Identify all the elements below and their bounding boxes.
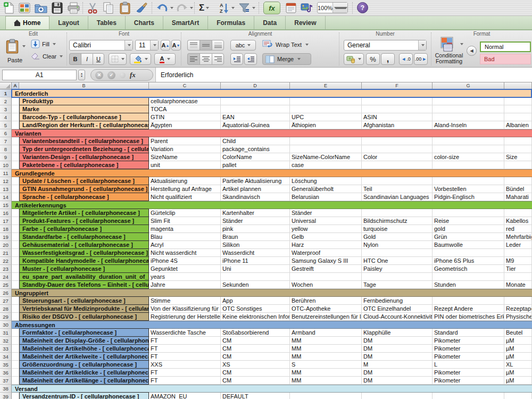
cell-E29[interactable]: Benutzereinstellungen für Informationen bbox=[290, 313, 362, 321]
row-header-6[interactable]: 6 bbox=[0, 129, 12, 137]
tab-layout[interactable]: Layout bbox=[49, 16, 88, 29]
cell-C27[interactable]: Stimme bbox=[149, 297, 221, 305]
tab-charts[interactable]: Charts bbox=[126, 16, 163, 29]
cell-F17[interactable]: Bildschirmschutz bbox=[362, 217, 433, 225]
cell-F31[interactable]: Klapphülle bbox=[362, 329, 433, 337]
align-center-button[interactable] bbox=[200, 53, 212, 65]
row-header-4[interactable]: 4 bbox=[0, 113, 12, 121]
row-header-8[interactable]: 8 bbox=[0, 145, 12, 153]
cell-C25[interactable]: Jahre bbox=[149, 281, 221, 289]
cell-C10[interactable]: unit bbox=[149, 161, 221, 169]
sort-dropdown-caret[interactable] bbox=[231, 7, 235, 9]
cell-B28-label[interactable]: Vertriebskanal für Medizinprodukte - [ c… bbox=[19, 304, 149, 313]
cell-H4[interactable] bbox=[504, 113, 532, 121]
cell-G25[interactable]: Stunden bbox=[433, 281, 504, 289]
copy-button[interactable] bbox=[102, 2, 115, 14]
cell-H25[interactable]: Monate bbox=[504, 281, 532, 289]
formula-builder-button[interactable]: fx bbox=[263, 2, 280, 14]
section-row-1[interactable]: Erforderlich bbox=[12, 89, 532, 97]
fill-color-button[interactable] bbox=[130, 53, 151, 65]
conditional-formatting-button[interactable] bbox=[440, 37, 456, 54]
row-header-15[interactable]: 15 bbox=[0, 201, 12, 209]
row-header-27[interactable]: 27 bbox=[0, 297, 12, 305]
accept-entry-button[interactable]: ✓ bbox=[107, 71, 115, 79]
cell-E36[interactable]: MM bbox=[290, 369, 362, 377]
cell-E35[interactable]: S bbox=[290, 361, 362, 369]
column-header-h[interactable] bbox=[504, 82, 532, 89]
tab-tables[interactable]: Tables bbox=[88, 16, 126, 29]
cell-F13[interactable]: Teil bbox=[362, 185, 433, 193]
cell-C3[interactable]: TOCA bbox=[149, 105, 221, 113]
cell-E28[interactable]: OTC-Apotheke bbox=[290, 305, 362, 313]
column-header-G[interactable]: G bbox=[433, 82, 504, 89]
row-header-19[interactable]: 19 bbox=[0, 233, 12, 241]
cell-C32[interactable]: FT bbox=[149, 337, 221, 345]
cell-C36[interactable]: FT bbox=[149, 369, 221, 377]
row-header-31[interactable]: 31 bbox=[0, 329, 12, 337]
cell-E31[interactable]: Armband bbox=[290, 329, 362, 337]
cell-E4[interactable]: UPC bbox=[290, 113, 362, 121]
cell-H27[interactable] bbox=[504, 297, 532, 305]
cell-F37[interactable]: DM bbox=[362, 377, 433, 385]
cell-F14[interactable]: Scandinavian Languages bbox=[362, 193, 433, 201]
cell-C13[interactable]: Herstellung auf Anfrage bbox=[149, 185, 221, 193]
cell-B13-label[interactable]: GTIN Ausnahmegrund - [ cellularphonecase… bbox=[19, 185, 149, 193]
cell-A19[interactable] bbox=[12, 233, 19, 241]
cell-style-bad[interactable]: Bad bbox=[480, 54, 531, 64]
cell-D33[interactable]: CM bbox=[221, 345, 290, 353]
cell-H35[interactable]: XL bbox=[504, 361, 532, 369]
cell-A16[interactable] bbox=[12, 209, 19, 217]
cell-H37[interactable]: µM bbox=[504, 377, 532, 385]
cell-A22[interactable] bbox=[12, 257, 19, 265]
merge-button[interactable]: Merge bbox=[262, 53, 311, 65]
cell-G4[interactable] bbox=[433, 113, 504, 121]
cell-E32[interactable]: MM bbox=[290, 337, 362, 345]
cell-H9[interactable]: Size bbox=[504, 153, 532, 161]
row-header-18[interactable]: 18 bbox=[0, 225, 12, 233]
shrink-font-button[interactable]: A▼ bbox=[171, 40, 181, 51]
cell-B25-label[interactable]: Standby-Dauer des Telefons – Einheit - [… bbox=[19, 280, 149, 289]
cell-F2[interactable] bbox=[362, 97, 433, 105]
row-header-33[interactable]: 33 bbox=[0, 345, 12, 353]
cell-D12[interactable]: Partielle Aktualisierung bbox=[221, 177, 290, 185]
cell-C20[interactable]: Acryl bbox=[149, 241, 221, 249]
redo-button[interactable] bbox=[176, 2, 193, 14]
cell-A32[interactable] bbox=[12, 337, 19, 345]
cell-F20[interactable]: Nylon bbox=[362, 241, 433, 249]
styles-gallery-back-button[interactable]: ◀ bbox=[467, 46, 477, 56]
cell-C2[interactable]: cellularphonecase bbox=[149, 97, 221, 105]
cell-G22[interactable]: iPhone 6S Plus bbox=[433, 257, 504, 265]
cell-G19[interactable]: Grün bbox=[433, 233, 504, 241]
cell-H12[interactable] bbox=[504, 177, 532, 185]
paste-dropdown-caret[interactable] bbox=[22, 45, 26, 47]
filter-dropdown-caret[interactable] bbox=[252, 7, 255, 9]
cell-B17-label[interactable]: Produkt-Features - [ cellularphonecase ] bbox=[19, 217, 149, 225]
cell-H33[interactable]: µM bbox=[504, 345, 532, 353]
cell-F19[interactable]: Gold bbox=[362, 233, 433, 241]
row-header-25[interactable]: 25 bbox=[0, 281, 12, 289]
cell-E21[interactable]: Waterproof bbox=[290, 249, 362, 257]
cell-G7[interactable] bbox=[433, 137, 504, 145]
cell-E8[interactable] bbox=[290, 145, 362, 153]
increase-decimal-button[interactable]: .00► bbox=[414, 53, 428, 65]
decrease-indent-button[interactable] bbox=[230, 53, 243, 65]
cell-F32[interactable]: DM bbox=[362, 337, 433, 345]
cell-B10-label[interactable]: Paketebene - [ cellularphonecase ] bbox=[19, 161, 149, 169]
cell-C4[interactable]: GTIN bbox=[149, 113, 221, 121]
cell-A21[interactable] bbox=[12, 249, 19, 257]
cell-G20[interactable]: Baumwolle bbox=[433, 241, 504, 249]
cell-F22[interactable]: HTC One bbox=[362, 257, 433, 265]
cell-F33[interactable]: DM bbox=[362, 345, 433, 353]
section-row-30[interactable]: Abmessungen bbox=[12, 321, 532, 329]
italic-button[interactable]: I bbox=[81, 53, 93, 65]
row-header-23[interactable]: 23 bbox=[0, 265, 12, 273]
cell-D8[interactable]: package_contains bbox=[221, 145, 290, 153]
cell-A12[interactable] bbox=[12, 177, 19, 185]
row-header-14[interactable]: 14 bbox=[0, 193, 12, 201]
cell-G12[interactable] bbox=[433, 177, 504, 185]
cell-B37-label[interactable]: Maßeinheit der Artikellänge - [ cellular… bbox=[19, 376, 149, 385]
row-header-39[interactable]: 39 bbox=[0, 393, 12, 399]
cell-H31[interactable]: Beutel bbox=[504, 329, 532, 337]
bold-button[interactable]: B bbox=[69, 53, 81, 65]
cell-B36-label[interactable]: Maßeinheit der Artikeldicke - [ cellular… bbox=[19, 368, 149, 377]
